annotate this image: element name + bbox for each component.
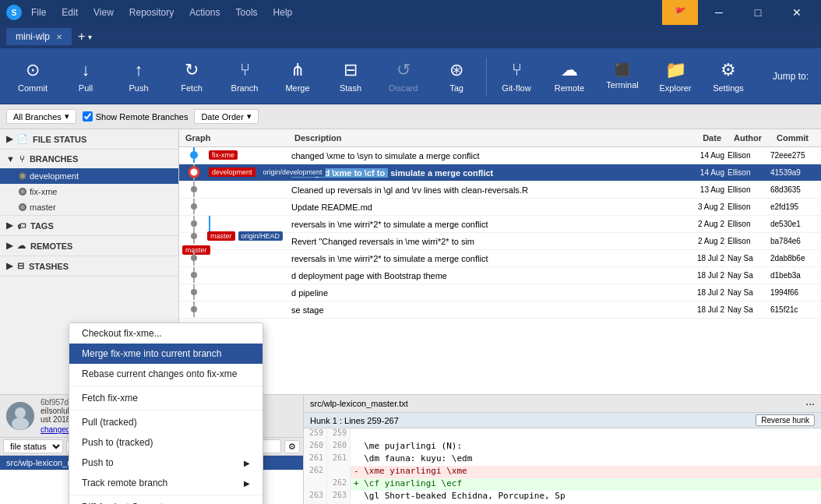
- tab-add-button[interactable]: +: [78, 30, 85, 44]
- tab-mini-wlp[interactable]: mini-wlp ✕: [6, 28, 72, 45]
- remotes-icon: ☁: [17, 241, 26, 251]
- context-menu-track-remote-label: Track remote branch: [82, 478, 167, 488]
- context-menu-checkout[interactable]: Checkout fix-xme...: [69, 323, 263, 344]
- graph-col-graph: development origin/development: [179, 164, 288, 182]
- sidebar-header-branches[interactable]: ▼ ⑂ BRANCHES: [0, 150, 178, 168]
- context-menu-merge[interactable]: Merge fix-xme into current branch: [69, 344, 263, 364]
- graph-col-commit: e2fd195: [770, 203, 821, 211]
- fetch-button[interactable]: ↻ Fetch: [165, 51, 218, 101]
- tab-close-button[interactable]: ✕: [56, 33, 62, 41]
- sidebar-header-stashes[interactable]: ▶ ⊟ STASHES: [0, 256, 178, 276]
- context-menu-push-tracked[interactable]: Push to (tracked): [69, 432, 263, 453]
- svg-point-18: [191, 289, 197, 295]
- diff-line-num-old: 261: [304, 453, 327, 466]
- stashes-icon: ⊟: [17, 261, 24, 271]
- menu-tools[interactable]: Tools: [233, 4, 261, 21]
- diff-line-num-old: 260: [304, 441, 327, 453]
- terminal-button[interactable]: ⬛ Terminal: [596, 51, 649, 101]
- stash-button[interactable]: ⊟ Stash: [324, 51, 377, 101]
- graph-col-graph: [179, 199, 288, 216]
- context-menu-fetch[interactable]: Fetch fix-xme: [69, 388, 263, 408]
- context-menu-pull-tracked[interactable]: Pull (tracked): [69, 412, 263, 432]
- graph-row[interactable]: reversals in \me wirri*2* to simulate a …: [179, 250, 821, 267]
- explorer-button[interactable]: 📁 Explorer: [649, 51, 702, 101]
- graph-col-author: Nay Sa: [728, 271, 770, 280]
- context-menu-rebase[interactable]: Rebase current changes onto fix-xme: [69, 364, 263, 384]
- graph-row[interactable]: d deployment page with Bootstrap theme 1…: [179, 267, 821, 284]
- graph-row-selected[interactable]: development origin/development changed \…: [179, 164, 821, 182]
- diff-options-button[interactable]: ···: [805, 397, 815, 410]
- context-menu-diff[interactable]: Diff Against Current: [69, 497, 263, 504]
- svg-point-16: [191, 272, 197, 278]
- sidebar-item-development[interactable]: development: [0, 168, 178, 184]
- settings-button[interactable]: ⚙ Settings: [702, 51, 755, 101]
- remote-button[interactable]: ☁ Remote: [543, 51, 596, 101]
- graph-col-desc: Cleaned up reversals in \gl and \rv line…: [288, 185, 681, 195]
- menu-file[interactable]: File: [28, 4, 49, 21]
- maximize-button[interactable]: □: [740, 0, 776, 25]
- graph-row[interactable]: se stage 18 Jul 2 Nay Sa 615f21c: [179, 301, 821, 319]
- file-status-label: FILE STATUS: [33, 135, 86, 144]
- sidebar-header-remotes[interactable]: ▶ ☁ REMOTES: [0, 236, 178, 256]
- show-remote-checkbox[interactable]: Show Remote Branches: [83, 111, 189, 122]
- context-menu-push-to[interactable]: Push to ▶: [69, 453, 263, 473]
- tag-development: development: [209, 167, 255, 177]
- graph-col-author: Nay Sa: [728, 288, 770, 297]
- branch-filter-dropdown[interactable]: All Branches ▾: [6, 109, 76, 124]
- file-status-select[interactable]: file status: [3, 439, 63, 453]
- terminal-label: Terminal: [606, 80, 639, 90]
- commit-button[interactable]: ⊙ Commit: [6, 51, 59, 101]
- sidebar-header-tags[interactable]: ▶ 🏷 TAGS: [0, 216, 178, 235]
- graph-row[interactable]: d pipeline 18 Jul 2 Nay Sa 1994f66: [179, 284, 821, 301]
- sidebar-header-file-status[interactable]: ▶ 📄 FILE STATUS: [0, 129, 178, 149]
- diff-line-content: \gl Short-beaked Echidna, Porcupine, Sp: [351, 491, 821, 503]
- graph-row[interactable]: Cleaned up reversals in \gl and \rv line…: [179, 182, 821, 199]
- date-order-dropdown[interactable]: Date Order ▾: [194, 109, 258, 124]
- menu-repository[interactable]: Repository: [126, 4, 177, 21]
- sidebar-item-fix-xme[interactable]: fix-xme: [0, 184, 178, 199]
- diff-line-num-new: 263: [327, 491, 351, 503]
- minimize-button[interactable]: ─: [701, 0, 737, 25]
- show-remote-check[interactable]: [83, 111, 93, 122]
- graph-header-date: Date: [681, 132, 728, 144]
- branch-icon: ⑂: [240, 60, 250, 80]
- graph-col-commit: 72eee275: [770, 151, 821, 160]
- close-button[interactable]: ✕: [779, 0, 815, 25]
- diff-line-num-old: 262: [304, 466, 327, 478]
- menu-help[interactable]: Help: [270, 4, 296, 21]
- gitflow-label: Git-flow: [502, 83, 530, 93]
- graph-col-desc: reversals in \me wirri*2* to simulate a …: [288, 220, 681, 229]
- graph-row[interactable]: fix-xme changed \xme to \syn to simulate…: [179, 147, 821, 164]
- search-settings-button[interactable]: ⚙: [284, 440, 300, 453]
- main-layout: ▶ 📄 FILE STATUS ▼ ⑂ BRANCHES development…: [0, 129, 821, 394]
- gitflow-button[interactable]: ⑂ Git-flow: [490, 51, 543, 101]
- date-order-label: Date Order: [201, 112, 243, 122]
- gitflow-icon: ⑂: [512, 60, 522, 80]
- tag-button[interactable]: ⊛ Tag: [430, 51, 483, 101]
- graph-row[interactable]: Update README.md 3 Aug 2 Ellison e2fd195: [179, 199, 821, 216]
- branch-button[interactable]: ⑂ Branch: [218, 51, 271, 101]
- graph-row[interactable]: master origin/HEAD master Revert "Change…: [179, 233, 821, 250]
- menu-bar: File Edit View Repository Actions Tools …: [28, 4, 295, 21]
- sidebar-item-master[interactable]: master: [0, 199, 178, 215]
- tag-master: master: [207, 231, 235, 241]
- graph-col-desc: d pipeline: [288, 288, 681, 298]
- diff-line-num-old: [304, 478, 327, 491]
- pull-button[interactable]: ↓ Pull: [59, 51, 112, 101]
- context-menu-track-remote[interactable]: Track remote branch ▶: [69, 473, 263, 493]
- context-menu-track-remote-arrow: ▶: [244, 479, 250, 488]
- push-button[interactable]: ↑ Push: [112, 51, 165, 101]
- discard-button[interactable]: ↺ Discard: [377, 51, 430, 101]
- merge-button[interactable]: ⋔ Merge: [271, 51, 324, 101]
- window-controls: 🚩 ─ □ ✕: [662, 0, 815, 25]
- diff-line-num-new: 260: [327, 441, 351, 453]
- jump-to-label: Jump to:: [766, 68, 815, 85]
- graph-header-commit: Commit: [770, 132, 821, 144]
- menu-view[interactable]: View: [90, 4, 117, 21]
- menu-actions[interactable]: Actions: [186, 4, 223, 21]
- menu-edit[interactable]: Edit: [58, 4, 81, 21]
- tab-dropdown-button[interactable]: ▾: [88, 33, 92, 41]
- reverse-hunk-button[interactable]: Reverse hunk: [756, 414, 815, 426]
- tags-label: TAGS: [30, 221, 54, 231]
- stashes-label: STASHES: [29, 262, 69, 271]
